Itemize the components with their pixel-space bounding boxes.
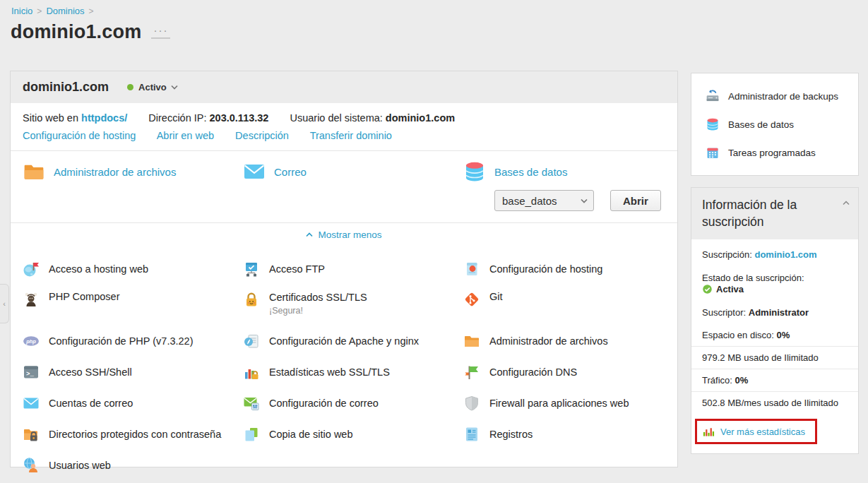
stats-annotation-box: Ver más estadísticas	[695, 419, 817, 444]
quick-databases: Bases de datos base_datos Abrir	[463, 160, 665, 211]
subscription-row-subscriber: Suscriptor: Administrator	[691, 301, 858, 324]
subscription-row-traffic-usage: 502.8 MB/mes usado de Ilimitado	[691, 392, 858, 414]
subscription-row-disk-space: Espacio en disco: 0%	[691, 324, 858, 347]
backup-icon	[706, 89, 720, 103]
mail-icon	[23, 395, 40, 412]
tools-grid: Acceso a hosting web PHP Composer Config…	[11, 246, 677, 481]
subscription-info-panel: Información de la suscripción Suscripció…	[691, 187, 859, 454]
tools-column-1: Acceso a hosting web PHP Composer Config…	[23, 254, 243, 481]
subscription-panel-header[interactable]: Información de la suscripción	[691, 188, 858, 239]
subscription-row-traffic: Tráfico: 0%	[691, 369, 858, 392]
more-actions-button[interactable]: ···	[151, 28, 170, 39]
show-less-link[interactable]: Mostrar menos	[306, 229, 381, 240]
tool-web-users[interactable]: Usuarios web	[23, 450, 243, 481]
domain-status-dropdown[interactable]: Activo	[127, 82, 178, 93]
subscription-domain-link[interactable]: dominio1.com	[754, 249, 816, 260]
quick-file-manager[interactable]: Administrador de archivos	[23, 160, 243, 211]
page-title: dominio1.com	[11, 21, 141, 43]
bar-chart-icon	[703, 426, 715, 437]
subscription-row-status: Estado de la suscripción: Activa	[691, 266, 858, 301]
quick-access-row: Administrador de archivos Correo Bases d…	[11, 150, 677, 223]
domain-card-title: dominio1.com	[23, 80, 109, 95]
composer-icon	[23, 291, 40, 308]
description-link[interactable]: Descripción	[235, 130, 289, 141]
tool-web-application-firewall[interactable]: Firewall para aplicaciones web	[463, 388, 665, 419]
web-user-icon	[23, 457, 40, 474]
php-icon	[23, 333, 40, 350]
tool-dns-settings[interactable]: Configuración DNS	[463, 357, 665, 388]
open-database-button[interactable]: Abrir	[610, 190, 661, 211]
tool-mail-accounts[interactable]: Cuentas de correo	[23, 388, 243, 419]
status-dot-icon	[127, 84, 133, 90]
chevron-up-icon	[843, 201, 850, 205]
tool-logs[interactable]: Registros	[463, 419, 665, 450]
folder-icon	[23, 160, 45, 183]
transfer-domain-link[interactable]: Transferir dominio	[310, 130, 392, 141]
subscription-panel-body: Suscripción: dominio1.com Estado de la s…	[691, 239, 858, 453]
subscription-row-name: Suscripción: dominio1.com	[691, 243, 858, 266]
view-more-statistics-link[interactable]: Ver más estadísticas	[720, 427, 805, 437]
shield-icon	[463, 395, 480, 412]
tool-mail-settings[interactable]: Configuración de correo	[243, 388, 463, 419]
apache-nginx-icon	[243, 333, 260, 350]
folder-icon	[463, 333, 480, 350]
chevron-down-icon	[171, 85, 178, 90]
tool-git[interactable]: Git	[463, 285, 665, 326]
domain-card: dominio1.com Activo Sitio web en httpdoc…	[10, 71, 678, 467]
subscription-row-disk-usage: 979.2 MB usado de Ilimitado	[691, 347, 858, 369]
database-select[interactable]: base_datos	[494, 190, 594, 211]
dns-flag-icon	[463, 364, 480, 381]
mail-icon	[243, 160, 266, 183]
site-copy-icon	[243, 426, 260, 443]
shortcuts-card: Administrador de backups Bases de datos …	[691, 73, 859, 176]
open-in-web-link[interactable]: Abrir en web	[157, 130, 214, 141]
mail-settings-icon	[243, 395, 260, 412]
domain-action-links: Configuración de hosting Abrir en web De…	[23, 130, 665, 141]
tool-protected-directories[interactable]: Directorios protegidos con contraseña	[23, 419, 243, 450]
breadcrumb-link-dominios[interactable]: Dominios	[46, 6, 84, 16]
database-icon	[706, 117, 720, 131]
tools-column-2: Acceso FTP Certificados SSL/TLS ¡Segura!…	[243, 254, 463, 481]
tool-web-statistics-ssl[interactable]: Estadísticas web SSL/TLS	[243, 357, 463, 388]
hosting-settings-link[interactable]: Configuración de hosting	[23, 130, 136, 141]
ssl-lock-icon	[243, 291, 260, 308]
mail-link[interactable]: Correo	[274, 166, 307, 178]
tool-web-hosting-access[interactable]: Acceso a hosting web	[23, 254, 243, 285]
system-user-info: Usuario del sistema: dominio1.com	[290, 112, 455, 124]
file-manager-link[interactable]: Administrador de archivos	[54, 166, 176, 178]
breadcrumb: Inicio>Dominios>	[11, 6, 98, 16]
shortcut-scheduled-tasks[interactable]: Tareas programadas	[691, 138, 858, 167]
check-circle-icon	[702, 284, 713, 294]
tool-ftp-access[interactable]: Acceso FTP	[243, 254, 463, 285]
sidebar-collapse-handle[interactable]: ‹	[0, 284, 9, 323]
git-icon	[463, 291, 480, 308]
httpdocs-link[interactable]: httpdocs/	[81, 112, 127, 124]
tool-file-manager[interactable]: Administrador de archivos	[463, 326, 665, 357]
shortcut-databases[interactable]: Bases de datos	[691, 110, 858, 138]
ip-info: Dirección IP: 203.0.113.32	[148, 112, 268, 124]
folder-lock-icon	[23, 426, 40, 443]
terminal-icon	[23, 364, 40, 381]
tools-column-3: Configuración de hosting Git Administrad…	[463, 254, 665, 481]
tool-website-copy[interactable]: Copia de sitio web	[243, 419, 463, 450]
databases-link[interactable]: Bases de datos	[494, 166, 567, 178]
web-stats-lock-icon	[243, 364, 260, 381]
tool-ssh-access[interactable]: Acceso SSH/Shell	[23, 357, 243, 388]
breadcrumb-separator: >	[89, 6, 94, 16]
tool-apache-nginx-settings[interactable]: Configuración de Apache y nginx	[243, 326, 463, 357]
chevron-up-icon	[306, 232, 313, 237]
tool-ssl-certificates[interactable]: Certificados SSL/TLS ¡Segura!	[243, 285, 463, 326]
tool-hosting-settings[interactable]: Configuración de hosting	[463, 254, 665, 285]
show-less-row: Mostrar menos	[11, 223, 677, 246]
tool-php-composer[interactable]: PHP Composer	[23, 285, 243, 326]
tool-php-settings[interactable]: Configuración de PHP (v7.3.22)	[23, 326, 243, 357]
hosting-settings-icon	[463, 261, 480, 278]
ftp-icon	[243, 261, 260, 278]
breadcrumb-separator: >	[37, 6, 42, 16]
calendar-icon	[706, 145, 720, 160]
breadcrumb-link-inicio[interactable]: Inicio	[11, 6, 32, 16]
status-label: Activo	[138, 82, 167, 93]
quick-mail[interactable]: Correo	[243, 160, 463, 211]
site-path-info: Sitio web en httpdocs/	[23, 112, 127, 124]
shortcut-backup-manager[interactable]: Administrador de backups	[691, 82, 858, 110]
